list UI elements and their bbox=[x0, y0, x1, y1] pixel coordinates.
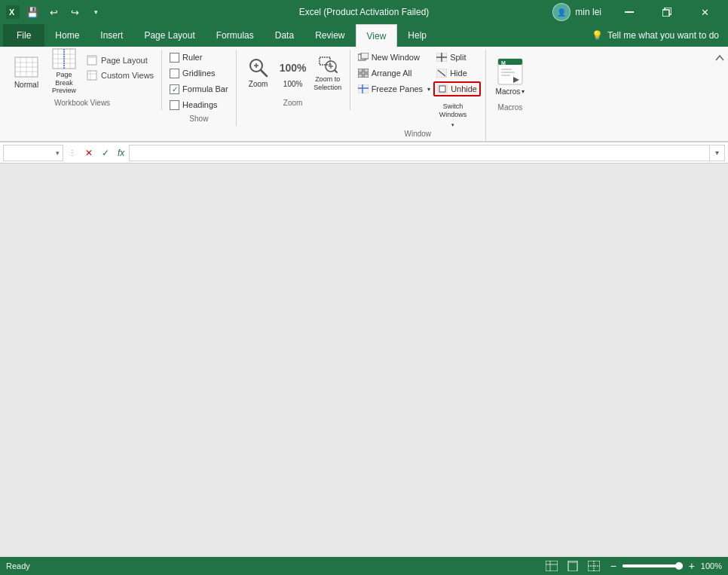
tab-data[interactable]: Data bbox=[265, 24, 304, 47]
page-break-preview-label: Page BreakPreview bbox=[47, 71, 81, 95]
status-right: − + 100% bbox=[544, 558, 722, 573]
split-icon bbox=[436, 53, 447, 62]
gridlines-label: Gridlines bbox=[182, 69, 215, 78]
switch-windows-button[interactable]: SwitchWindows ▾ bbox=[433, 100, 473, 127]
unhide-icon bbox=[437, 84, 448, 93]
page-break-mode-button[interactable] bbox=[586, 558, 601, 573]
undo-button[interactable]: ↩ bbox=[45, 4, 62, 20]
tab-file[interactable]: File bbox=[3, 24, 44, 47]
zoom-100-button[interactable]: 100% 100% bbox=[276, 50, 310, 93]
tab-home[interactable]: Home bbox=[44, 24, 90, 47]
new-window-button[interactable]: New Window bbox=[355, 50, 433, 65]
zoom-button[interactable]: Zoom bbox=[241, 50, 276, 93]
freeze-panes-icon bbox=[358, 84, 369, 93]
page-layout-mode-button[interactable] bbox=[565, 558, 580, 573]
cancel-formula-button[interactable]: ✕ bbox=[81, 145, 96, 161]
normal-view-mode-button[interactable] bbox=[544, 558, 559, 573]
page-break-icon bbox=[52, 48, 76, 69]
user-name: min lei bbox=[575, 7, 601, 17]
tab-pagelayout[interactable]: Page Layout bbox=[133, 24, 205, 47]
restore-button[interactable] bbox=[650, 0, 684, 24]
confirm-formula-button[interactable]: ✓ bbox=[98, 145, 113, 161]
close-button[interactable]: ✕ bbox=[687, 0, 722, 24]
page-break-preview-button[interactable]: Page BreakPreview bbox=[45, 50, 83, 93]
chevron-up-icon bbox=[714, 53, 725, 63]
macros-arrow: ▾ bbox=[522, 88, 525, 95]
minimize-button[interactable] bbox=[612, 0, 647, 24]
headings-label: Headings bbox=[182, 100, 217, 109]
svg-text:X: X bbox=[9, 8, 15, 17]
svg-line-30 bbox=[335, 70, 337, 72]
zoom-slider[interactable] bbox=[622, 564, 683, 567]
zoom-slider-thumb bbox=[675, 562, 683, 570]
svg-rect-39 bbox=[358, 84, 369, 93]
headings-checkbox[interactable]: Headings bbox=[167, 97, 220, 112]
window-left-col: New Window Arrange All bbox=[355, 50, 433, 110]
svg-rect-34 bbox=[361, 53, 369, 59]
window-items: New Window Arrange All bbox=[355, 50, 481, 141]
tab-formulas[interactable]: Formulas bbox=[206, 24, 265, 47]
svg-rect-35 bbox=[358, 69, 362, 72]
customize-qat-button[interactable]: ▾ bbox=[87, 4, 104, 20]
ruler-cb-box bbox=[170, 53, 179, 63]
macros-group-label: Macros bbox=[486, 103, 534, 112]
ruler-checkbox[interactable]: Ruler bbox=[167, 50, 205, 65]
name-box[interactable]: ▾ bbox=[3, 145, 63, 161]
zoom-label: Zoom bbox=[249, 80, 268, 88]
switch-windows-label: SwitchWindows bbox=[439, 102, 467, 119]
custom-views-button[interactable]: Custom Views bbox=[83, 68, 157, 83]
freeze-panes-button[interactable]: Freeze Panes ▾ bbox=[355, 81, 433, 96]
unhide-button[interactable]: Unhide bbox=[433, 81, 481, 96]
hide-icon bbox=[436, 69, 447, 78]
unhide-label: Unhide bbox=[451, 84, 477, 93]
zoom-percentage: 100% bbox=[701, 561, 722, 570]
arrange-all-label: Arrange All bbox=[372, 69, 412, 78]
hide-button[interactable]: Hide bbox=[433, 66, 481, 81]
tab-view[interactable]: View bbox=[356, 24, 398, 47]
gridlines-checkbox[interactable]: Gridlines bbox=[167, 66, 218, 81]
gridlines-cb-box bbox=[170, 69, 179, 78]
workbook-views-group: Normal bbox=[3, 50, 162, 110]
formula-input-container: fx ▾ bbox=[118, 145, 725, 161]
zoom-out-button[interactable]: − bbox=[607, 560, 619, 572]
macros-label: Macros bbox=[496, 87, 521, 96]
tab-insert[interactable]: Insert bbox=[90, 24, 133, 47]
confirm-icon: ✓ bbox=[102, 148, 109, 158]
split-button[interactable]: Split bbox=[433, 50, 481, 65]
tab-help[interactable]: Help bbox=[397, 24, 437, 47]
ribbon-collapse[interactable] bbox=[711, 50, 728, 69]
formula-bar-checkbox[interactable]: Formula Bar bbox=[167, 81, 231, 96]
zoom-100-icon: 100% bbox=[281, 56, 305, 80]
headings-cb-box bbox=[170, 100, 179, 110]
function-wizard-button[interactable]: fx bbox=[118, 148, 124, 158]
zoom-selection-button[interactable]: Zoom toSelection bbox=[310, 50, 345, 93]
tab-review[interactable]: Review bbox=[304, 24, 355, 47]
page-layout-icon bbox=[86, 54, 98, 66]
macros-label-row: Macros ▾ bbox=[496, 87, 525, 96]
workbook-views-label: Workbook Views bbox=[3, 99, 161, 107]
save-button[interactable]: 💾 bbox=[24, 4, 41, 20]
title-bar-right: 👤 min lei ✕ bbox=[552, 0, 722, 24]
formula-more-button[interactable]: ⋮ bbox=[65, 145, 80, 161]
svg-rect-36 bbox=[364, 69, 369, 72]
redo-button[interactable]: ↪ bbox=[66, 4, 83, 20]
page-layout-button[interactable]: Page Layout bbox=[83, 53, 157, 68]
zoom-in-button[interactable]: + bbox=[686, 560, 698, 572]
title-bar-left: X 💾 ↩ ↪ ▾ bbox=[6, 4, 104, 20]
arrange-all-button[interactable]: Arrange All bbox=[355, 66, 433, 81]
macros-button[interactable]: M Macros ▾ bbox=[491, 50, 530, 101]
tell-me-search[interactable]: 💡 Tell me what you want to do bbox=[583, 24, 728, 47]
formula-dropdown-button[interactable]: ▾ bbox=[710, 145, 725, 161]
normal-view-button[interactable]: Normal bbox=[8, 50, 45, 93]
freeze-panes-arrow: ▾ bbox=[427, 86, 430, 93]
svg-rect-20 bbox=[88, 57, 96, 58]
name-box-arrow[interactable]: ▾ bbox=[56, 149, 60, 157]
zoom-slider-fill bbox=[622, 564, 683, 567]
custom-views-icon bbox=[86, 69, 98, 81]
zoom-label: Zoom bbox=[237, 99, 350, 107]
user-area[interactable]: 👤 min lei bbox=[552, 3, 601, 21]
svg-rect-37 bbox=[358, 74, 362, 78]
formula-input[interactable] bbox=[129, 145, 710, 161]
window-label: Window bbox=[350, 130, 485, 138]
new-window-icon bbox=[358, 53, 369, 62]
